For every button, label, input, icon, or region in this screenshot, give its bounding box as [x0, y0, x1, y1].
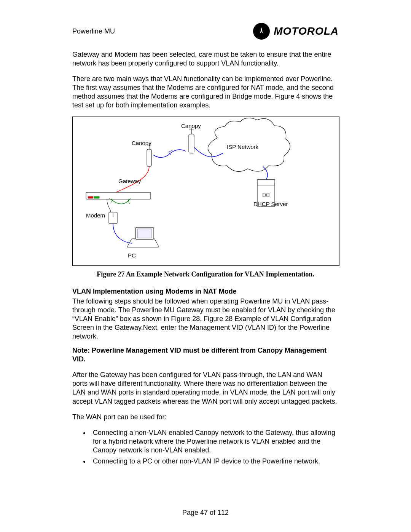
- svg-line-10: [169, 150, 172, 152]
- section-heading: VLAN Implementation using Modems in NAT …: [72, 288, 339, 296]
- diagram-label-modem: Modem: [86, 212, 105, 219]
- diagram-label-canopy-right: Canopy: [181, 123, 201, 129]
- svg-point-3: [265, 194, 267, 196]
- diagram-label-isp: ISP Network: [227, 144, 258, 150]
- page-header: Powerline MU MOTOROLA: [72, 23, 339, 40]
- diagram-label-pc: PC: [128, 252, 136, 259]
- list-item: Connecting a non-VLAN enabled Canopy net…: [90, 428, 339, 455]
- svg-rect-22: [137, 229, 152, 238]
- paragraph: Gateway and Modem has been selected, car…: [72, 50, 339, 68]
- svg-line-20: [111, 200, 112, 203]
- paragraph: The following steps should be followed w…: [72, 297, 339, 341]
- brand-wordmark: MOTOROLA: [274, 25, 339, 37]
- motorola-batwing-icon: [253, 23, 270, 40]
- brand-logo: MOTOROLA: [253, 23, 339, 40]
- paragraph: The WAN port can be used for:: [72, 413, 339, 422]
- diagram-label-dhcp: DHCP Server: [253, 201, 288, 207]
- paragraph: After the Gateway has been configured fo…: [72, 371, 339, 406]
- bullet-list: Connecting a non-VLAN enabled Canopy net…: [72, 428, 339, 466]
- diagram-label-canopy-left: Canopy: [132, 140, 151, 146]
- page-number: Page 47 of 112: [0, 509, 411, 517]
- svg-line-18: [128, 201, 130, 204]
- svg-rect-7: [147, 149, 151, 166]
- svg-rect-1: [257, 180, 275, 185]
- document-page: Powerline MU MOTOROLA Gateway and Modem …: [0, 0, 411, 532]
- svg-rect-14: [94, 197, 99, 198]
- paragraph: There are two main ways that VLAN functi…: [72, 75, 339, 110]
- figure-caption: Figure 27 An Example Network Configurati…: [72, 270, 339, 278]
- network-diagram-figure: Canopy Canopy ISP Network Gateway DHCP S…: [72, 117, 339, 266]
- note-paragraph: Note: Powerline Management VID must be d…: [72, 346, 339, 364]
- doc-title: Powerline MU: [72, 27, 115, 35]
- list-item: Connecting to a PC or other non-VLAN IP …: [90, 457, 339, 466]
- svg-rect-4: [189, 134, 194, 153]
- network-diagram-svg: [73, 117, 339, 265]
- diagram-label-gateway: Gateway: [118, 178, 141, 184]
- svg-rect-13: [88, 197, 93, 198]
